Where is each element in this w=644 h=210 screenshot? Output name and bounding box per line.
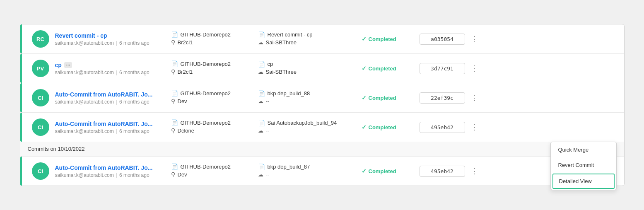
dots-badge[interactable]: ··· — [64, 62, 72, 68]
commit-title: Auto-Commit from AutoRABIT. Jo... — [55, 121, 163, 127]
commit-hash[interactable]: 3d77c91 — [420, 63, 465, 74]
artifact-sub: Sai-SBThree — [266, 39, 297, 46]
artifact-sub: -- — [266, 128, 270, 134]
cloud-icon: ☁ — [258, 98, 263, 104]
file-icon: 📄 — [258, 31, 265, 38]
artifact-sub: -- — [266, 98, 270, 104]
check-icon: ✓ — [362, 124, 367, 130]
commit-hash[interactable]: 495eb42 — [420, 166, 465, 177]
avatar: PV — [32, 60, 49, 77]
commit-title: Auto-Commit from AutoRABIT. Jo... — [55, 91, 163, 98]
repo-info: 📄GITHUB-Demorepo2⚲Dclone — [171, 119, 254, 135]
artifact-name: bkp dep_build_88 — [268, 90, 310, 97]
artifact-info: 📄cp☁Sai-SBThree — [258, 61, 357, 76]
commits-card: RCRevert commit - cpsaikumar.k@autorabit… — [20, 24, 625, 186]
repo-info: 📄GITHUB-Demorepo2⚲Dev — [171, 163, 254, 179]
commit-meta: saikumar.k@autorabit.com|6 months ago — [55, 99, 163, 105]
branch-row: ⚲Dclone — [171, 127, 254, 134]
more-button[interactable]: ⋮ — [468, 33, 480, 45]
left-border — [20, 113, 22, 142]
dropdown-item-1[interactable]: Revert Commit — [551, 157, 616, 173]
db-icon: 📄 — [171, 90, 178, 97]
status-text: Completed — [369, 36, 396, 42]
commit-meta: saikumar.k@autorabit.com|6 months ago — [55, 128, 163, 134]
commit-title: Auto-Commit from AutoRABIT. Jo... — [55, 164, 163, 171]
left-border — [20, 54, 22, 83]
commit-title-text[interactable]: Auto-Commit from AutoRABIT. Jo... — [55, 164, 153, 171]
status: ✓Completed — [362, 36, 415, 42]
artifact-row-sub: ☁-- — [258, 98, 357, 104]
dropdown-item-0[interactable]: Quick Merge — [551, 142, 616, 157]
artifact-name: cp — [268, 61, 273, 67]
commit-title: Revert commit - cp — [55, 32, 163, 39]
cloud-icon: ☁ — [258, 171, 263, 178]
more-button[interactable]: ⋮ — [468, 165, 480, 177]
repo-row: 📄GITHUB-Demorepo2 — [171, 31, 254, 38]
commit-info: Auto-Commit from AutoRABIT. Jo...saikuma… — [55, 164, 163, 178]
check-icon: ✓ — [362, 94, 367, 101]
branch-name: Dev — [178, 171, 187, 178]
status: ✓Completed — [362, 94, 415, 101]
commit-hash[interactable]: a035054 — [420, 34, 465, 45]
status: ✓Completed — [362, 168, 415, 174]
artifact-row-main: 📄Revert commit - cp — [258, 31, 357, 38]
commit-title-text[interactable]: Auto-Commit from AutoRABIT. Jo... — [55, 91, 153, 98]
repo-name: GITHUB-Demorepo2 — [181, 90, 231, 97]
artifact-row-sub: ☁-- — [258, 128, 357, 134]
artifact-info: 📄bkp dep_build_88☁-- — [258, 90, 357, 106]
branch-icon: ⚲ — [171, 171, 175, 178]
repo-name: GITHUB-Demorepo2 — [181, 31, 231, 38]
branch-icon: ⚲ — [171, 39, 175, 46]
avatar: CI — [32, 162, 49, 180]
branch-name: Br2cl1 — [178, 69, 193, 75]
commit-meta: saikumar.k@autorabit.com|6 months ago — [55, 70, 163, 75]
status-text: Completed — [369, 65, 396, 72]
db-icon: 📄 — [171, 60, 178, 67]
artifact-name: bkp dep_build_87 — [268, 164, 310, 170]
check-icon: ✓ — [362, 168, 367, 174]
db-icon: 📄 — [171, 31, 178, 38]
db-icon: 📄 — [171, 163, 178, 170]
repo-row: 📄GITHUB-Demorepo2 — [171, 163, 254, 170]
avatar: CI — [32, 118, 49, 136]
bottom-commits-section: CIAuto-Commit from AutoRABIT. Jo...saiku… — [20, 157, 624, 186]
repo-info: 📄GITHUB-Demorepo2⚲Dev — [171, 90, 254, 106]
dropdown-item-2[interactable]: Detailed View — [552, 174, 615, 189]
section-header: Commits on 10/10/2022 — [20, 142, 624, 157]
commit-row-row-5: CIAuto-Commit from AutoRABIT. Jo...saiku… — [20, 157, 624, 186]
artifact-row-main: 📄bkp dep_build_87 — [258, 164, 357, 170]
repo-name: GITHUB-Demorepo2 — [181, 164, 231, 170]
commit-info: cp···saikumar.k@autorabit.com|6 months a… — [55, 62, 163, 75]
check-icon: ✓ — [362, 65, 367, 72]
artifact-info: 📄Sai AutobackupJob_build_94☁-- — [258, 120, 357, 135]
repo-info: 📄GITHUB-Demorepo2⚲Br2cl1 — [171, 60, 254, 76]
commit-row-row-2: PVcp···saikumar.k@autorabit.com|6 months… — [20, 54, 624, 83]
more-button[interactable]: ⋮ — [468, 92, 480, 104]
artifact-info: 📄bkp dep_build_87☁-- — [258, 164, 357, 179]
artifact-row-main: 📄bkp dep_build_88 — [258, 90, 357, 97]
artifact-sub: Sai-SBThree — [266, 69, 297, 75]
commit-title: cp··· — [55, 62, 163, 68]
top-commits-section: RCRevert commit - cpsaikumar.k@autorabit… — [20, 24, 624, 142]
check-icon: ✓ — [362, 36, 367, 42]
branch-name: Dev — [178, 98, 187, 104]
commit-info: Revert commit - cpsaikumar.k@autorabit.c… — [55, 32, 163, 46]
commit-title-text[interactable]: cp — [55, 62, 62, 68]
dropdown-menu: Quick MergeRevert CommitDetailed View — [550, 142, 617, 190]
artifact-row-sub: ☁Sai-SBThree — [258, 69, 357, 75]
commit-hash[interactable]: 22ef39c — [420, 92, 465, 104]
avatar: CI — [32, 89, 49, 106]
commit-title-text[interactable]: Revert commit - cp — [55, 32, 107, 39]
commit-hash[interactable]: 495eb42 — [420, 122, 465, 133]
artifact-row-sub: ☁Sai-SBThree — [258, 39, 357, 46]
commit-row-row-4: CIAuto-Commit from AutoRABIT. Jo...saiku… — [20, 113, 624, 142]
branch-row: ⚲Br2cl1 — [171, 39, 254, 46]
artifact-sub: -- — [266, 171, 270, 178]
cloud-icon: ☁ — [258, 69, 263, 75]
more-button[interactable]: ⋮ — [468, 63, 480, 74]
commit-title-text[interactable]: Auto-Commit from AutoRABIT. Jo... — [55, 121, 153, 127]
repo-info: 📄GITHUB-Demorepo2⚲Br2cl1 — [171, 31, 254, 47]
status-text: Completed — [369, 95, 396, 101]
status-text: Completed — [369, 168, 396, 174]
more-button[interactable]: ⋮ — [468, 121, 480, 133]
